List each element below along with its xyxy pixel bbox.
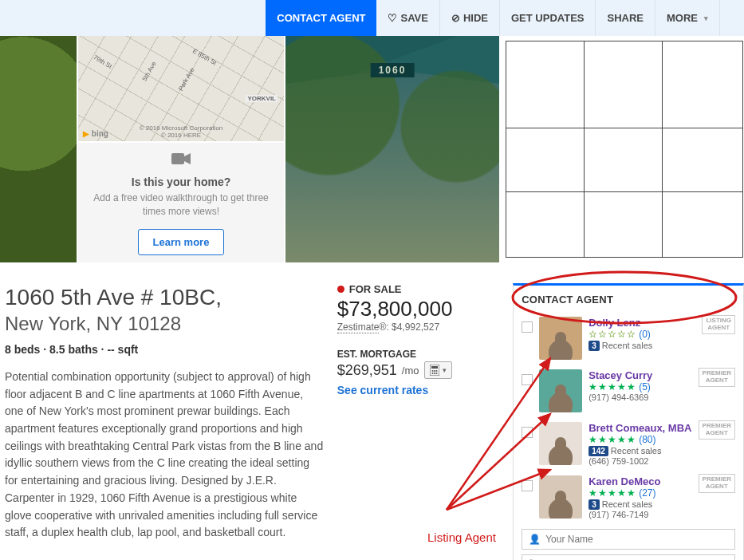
agent-row-premier[interactable]: Brett Comeaux, MBA ★★★★★ (80) 142Recent … [522,417,735,471]
est-mortgage-value: $269,951 [337,362,397,379]
agent-review-count: (5) [639,381,651,392]
svg-point-5 [435,370,437,372]
calculator-icon [430,365,439,376]
bing-logo: ▶ bing [83,129,108,138]
est-mortgage-label: EST. MORTGAGE [337,349,500,360]
share-tab[interactable]: SHARE [596,0,655,36]
name-input[interactable] [545,534,728,545]
save-tab[interactable]: ♡SAVE [376,0,439,36]
agent-avatar [539,369,582,412]
hide-tab[interactable]: ⊘HIDE [440,0,500,36]
listing-description: Potential combination opportunity (subje… [5,369,325,542]
svg-point-3 [431,370,433,372]
agent-review-count: (0) [639,329,651,340]
panel-title: Is this your home? [132,175,230,188]
agent-avatar [539,422,582,465]
agent-review-count: (27) [639,487,655,499]
agent-checkbox[interactable] [522,374,533,385]
chevron-down-icon: ▾ [443,366,447,374]
agent-phone: (917) 494-6369 [589,392,735,402]
photo-park[interactable] [0,36,77,262]
save-label: SAVE [400,12,427,24]
see-rates-link[interactable]: See current rates [337,384,500,396]
listing-subtitle: New York, NY 10128 [5,313,325,335]
agent-row-premier[interactable]: Karen DeMeco ★★★★★ (27) 3Recent sales (9… [522,471,735,524]
name-input-wrap[interactable]: 👤 [522,529,735,550]
pricing-column: FOR SALE $73,800,000 Zestimate®: $4,992,… [337,283,500,560]
svg-point-6 [431,373,433,374]
listing-title: 1060 5th Ave # 10BC, [5,283,325,311]
agent-checkbox[interactable] [522,321,533,333]
contact-agent-panel: CONTACT AGENT Dolly Lenz ☆☆☆☆☆ (0) 3Rece… [513,283,744,560]
agent-review-count: (80) [639,434,655,445]
sqft-label: -- sqft [107,343,138,356]
agent-avatar [539,317,582,360]
svg-point-7 [434,373,435,374]
agent-row-listing[interactable]: Dolly Lenz ☆☆☆☆☆ (0) 3Recent sales LISTI… [522,312,735,365]
zestimate-suffix: ®: [379,321,388,333]
map-credit: © 2016 Microsoft Corporation© 2016 HERE [140,125,223,140]
listing-details: 1060 5th Ave # 10BC, New York, NY 10128 … [5,283,325,560]
status-row: FOR SALE [337,283,500,295]
hide-label: HIDE [463,12,488,24]
map-street-label: 5th Ave [141,61,158,82]
photo-building[interactable] [285,36,499,262]
photo-map[interactable]: 79th St 5th Ave Park Ave E 85th St YORKV… [78,36,284,141]
map-street-label: 79th St [92,53,112,69]
svg-point-4 [434,370,435,372]
status-label: FOR SALE [349,283,402,295]
svg-rect-0 [171,153,184,164]
svg-rect-2 [431,366,438,369]
baths-label: 8.5 baths [49,343,98,356]
learn-more-button[interactable]: Learn more [138,229,225,255]
sales-badge: 3 [589,499,600,510]
agent-row-premier[interactable]: Stacey Curry ★★★★★ (5) (917) 494-6369 PR… [522,365,735,417]
sales-badge: 3 [589,341,600,351]
panel-subtitle: Add a free video walkthrough to get thre… [88,191,274,219]
phone-input-wrap[interactable]: 📞 [522,554,735,560]
person-icon: 👤 [529,534,541,545]
more-tab[interactable]: MORE [655,0,720,36]
map-street-label: Park Ave [177,66,196,92]
sales-text: Recent sales [602,499,653,509]
premier-agent-tag: PREMIERAGENT [699,474,735,493]
beds-label: 8 beds [5,343,40,356]
contact-agent-heading: CONTACT AGENT [522,294,735,306]
listing-agent-tag: LISTINGAGENT [702,315,735,334]
video-camera-icon [171,150,191,171]
sales-text: Recent sales [602,341,653,350]
top-action-bar: CONTACT AGENT ♡SAVE ⊘HIDE GET UPDATES SH… [0,0,744,36]
video-prompt-panel: Is this your home? Add a free video walk… [78,143,284,262]
premier-agent-tag: PREMIERAGENT [699,420,735,440]
photo-floorplan[interactable] [501,36,744,262]
photo-gallery: 79th St 5th Ave Park Ave E 85th St YORKV… [0,36,744,262]
hide-icon: ⊘ [451,12,460,24]
get-updates-tab[interactable]: GET UPDATES [500,0,596,36]
zestimate-row: Zestimate®: $4,992,527 [337,321,500,333]
agent-checkbox[interactable] [522,480,533,491]
map-district-label: YORKVIL [246,95,278,102]
zestimate-label: Zestimate [337,321,380,333]
est-mortgage-unit: /mo [402,365,419,377]
agent-checkbox[interactable] [522,427,533,438]
zestimate-value: $4,992,527 [392,321,439,333]
sales-badge: 142 [589,446,608,456]
contact-agent-tab[interactable]: CONTACT AGENT [266,0,376,36]
map-street-label: E 85th St [191,47,218,66]
svg-point-8 [435,373,437,374]
sales-text: Recent sales [611,446,662,455]
status-dot-icon [337,286,344,293]
heart-icon: ♡ [388,12,397,24]
agent-phone: (917) 746-7149 [589,510,735,519]
agent-avatar [539,475,582,519]
price-value: $73,800,000 [337,297,500,321]
listing-specs: 8 beds · 8.5 baths · -- sqft [5,343,325,356]
premier-agent-tag: PREMIERAGENT [699,368,735,387]
annotation-listing-agent: Listing Agent [427,530,496,544]
agent-phone: (646) 759-1002 [589,456,735,466]
mortgage-calc-button[interactable]: ▾ [424,361,452,379]
